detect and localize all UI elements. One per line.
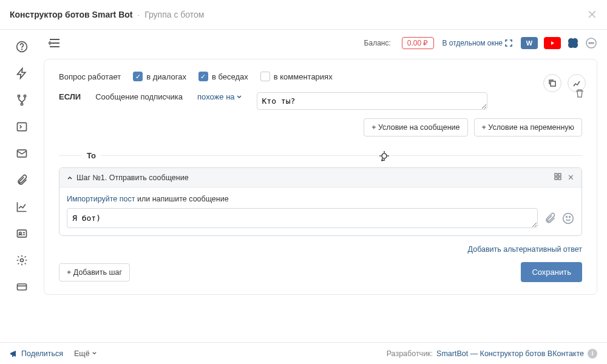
then-divider: То [59,151,582,160]
sidebar-terminal[interactable] [10,115,34,139]
import-line: Импортируйте пост или напишите сообщение [67,195,574,203]
share-link[interactable]: Поделиться [10,349,63,358]
step-box: Шаг №1. Отправить сообщение ✕ Импортируй… [59,167,582,236]
smile-icon [562,212,574,224]
condition-row: ЕСЛИ Сообщение подписчика похоже на [59,92,582,110]
checkbox-comments[interactable]: в комментариях [260,72,333,81]
checkbox-icon [198,72,208,81]
chat-bubble-icon[interactable] [585,37,597,49]
svg-point-9 [21,259,24,262]
more-dropdown[interactable]: Ещё [74,349,97,358]
hamburger-icon [49,38,61,48]
svg-point-4 [21,103,22,105]
chevron-up-icon [67,175,73,181]
svg-point-13 [591,42,592,44]
gear-icon [16,254,28,266]
svg-point-22 [569,216,571,217]
match-type-dropdown[interactable]: похоже на [197,92,242,101]
mail-icon [16,147,28,160]
modal-header: Конструктор ботов Smart Bot · Группа с б… [0,0,607,30]
alt-answer-row: Добавить альтернативный ответ [59,244,582,254]
svg-point-1 [22,49,22,50]
save-button[interactable]: Сохранить [521,262,582,282]
add-message-condition-button[interactable]: + Условие на сообщение [364,118,467,136]
share-label: Поделиться [21,349,63,358]
bottom-actions: + Добавить шаг Сохранить [59,262,582,282]
import-tail: или напишите сообщение [135,195,228,203]
match-type-label: похоже на [197,92,235,101]
paperclip-icon [544,212,556,224]
delete-button[interactable] [575,89,585,98]
sidebar-mail[interactable] [10,141,34,166]
copy-button[interactable] [543,74,561,92]
chart-icon [16,201,28,213]
svg-rect-10 [18,284,27,290]
copy-icon [548,79,557,87]
social-icons: W [521,37,597,49]
cb-dialogs-label: в диалогах [146,72,186,81]
stats-icon [572,79,581,87]
sidebar-card[interactable] [10,275,34,299]
import-post-link[interactable]: Импортируйте пост [67,195,135,203]
card-actions [543,68,585,98]
svg-point-8 [19,232,21,234]
balance-value[interactable]: 0.00 ₽ [402,37,434,49]
condition-input[interactable] [257,92,487,110]
checkbox-icon [260,72,270,81]
condition-buttons: + Условие на сообщение + Условие на пере… [59,118,582,136]
svg-point-3 [24,95,25,97]
close-icon[interactable]: ✕ [587,7,597,22]
cb-comments-label: в комментариях [274,72,333,81]
svg-rect-15 [551,81,555,86]
message-input[interactable] [67,208,538,228]
step-header[interactable]: Шаг №1. Отправить сообщение ✕ [59,168,582,187]
step-title: Шаг №1. Отправить сообщение [76,174,189,182]
checkbox-convos[interactable]: в беседах [198,72,248,81]
branch-icon [16,94,28,106]
vk-icon[interactable]: W [521,37,538,49]
balance-label: Баланс: [364,39,391,47]
add-alternative-answer[interactable]: Добавить альтернативный ответ [468,245,582,254]
more-label: Ещё [74,349,90,358]
developer-label: Разработчик: [387,349,433,358]
sidebar-branch[interactable] [10,88,34,112]
youtube-icon[interactable] [544,37,561,49]
bolt-icon [16,67,28,79]
card-icon [16,281,28,293]
sidebar-settings[interactable] [10,248,34,272]
svg-point-12 [589,42,590,44]
grid-icon [554,173,561,180]
if-label: ЕСЛИ [59,92,81,101]
svg-rect-19 [558,177,561,180]
sidebar-bolt[interactable] [10,61,34,86]
info-icon[interactable]: i [588,349,597,359]
subscriber-message-label: Сообщение подписчика [95,92,183,101]
attach-button[interactable] [544,212,556,224]
add-variable-condition-button[interactable]: + Условие на переменную [474,118,583,136]
sidebar-attach[interactable] [10,168,34,192]
checkbox-dialogs[interactable]: в диалогах [133,72,186,81]
svg-point-14 [592,42,594,44]
sidebar-profile[interactable] [10,221,34,246]
sidebar-help[interactable] [10,35,34,59]
step-close-icon[interactable]: ✕ [568,173,574,182]
expand-icon [505,39,512,47]
open-window-label: В отдельном окне [443,39,503,47]
editor-card: Вопрос работает в диалогах в беседах в к… [44,59,597,295]
app-title: Конструктор ботов Smart Bot [10,10,133,19]
sidebar [0,30,44,345]
question-works-row: Вопрос работает в диалогах в беседах в к… [59,72,582,81]
sidebar-stats[interactable] [10,195,34,219]
brain-icon[interactable] [567,38,579,49]
svg-rect-7 [18,230,27,237]
menu-toggle[interactable] [49,38,61,48]
paperclip-icon [16,174,28,186]
add-step-button[interactable]: + Добавить шаг [59,263,130,281]
chevron-down-icon [92,351,97,356]
topbar: Баланс: 0.00 ₽ В отдельном окне W [44,30,597,56]
step-grid-icon[interactable] [554,173,561,182]
developer-link[interactable]: SmartBot — Конструктор ботов ВКонтакте [436,349,584,358]
emoji-button[interactable] [562,212,574,224]
open-in-window[interactable]: В отдельном окне [443,39,513,47]
megaphone-icon [10,349,18,358]
